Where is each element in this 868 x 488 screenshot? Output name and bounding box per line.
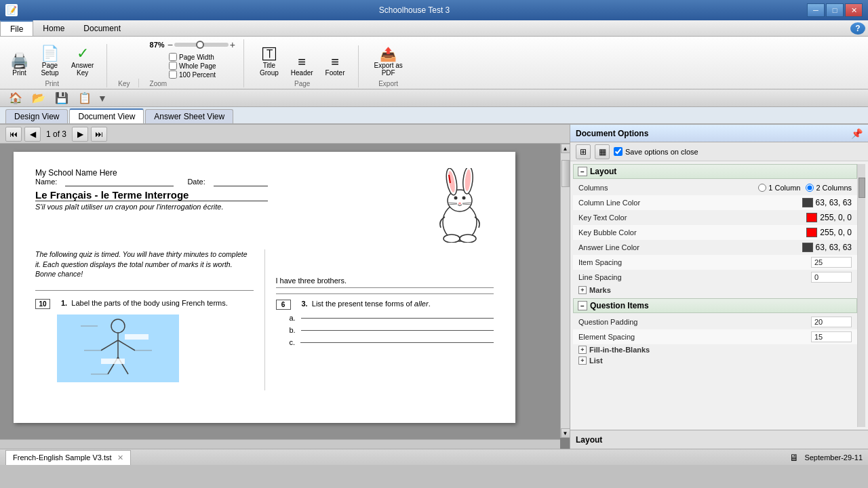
qa-dropdown-button[interactable]: ▼ (98, 93, 107, 104)
menu-tab-home[interactable]: Home (33, 20, 74, 36)
maximize-button[interactable]: □ (826, 3, 844, 17)
panel-pin-icon[interactable]: 📌 (851, 128, 863, 139)
panel-scrollbar[interactable] (857, 164, 865, 427)
options-content[interactable]: − Layout Columns 1 Column (570, 161, 868, 430)
qa-home-button[interactable]: 🏠 (5, 89, 26, 106)
minimize-button[interactable]: ─ (807, 3, 825, 17)
answer-key-button[interactable]: ✓ AnswerKey (66, 44, 98, 79)
columns-radio-group: 1 Column 2 Columns (758, 184, 852, 192)
question-padding-input[interactable] (811, 317, 852, 327)
save-options-input[interactable] (614, 147, 623, 156)
nav-first-button[interactable]: ⏮ (5, 127, 22, 142)
nav-last-button[interactable]: ⏭ (91, 127, 107, 142)
scroll-up-button[interactable]: ▲ (561, 144, 570, 153)
qa-clipboard-button[interactable]: 📋 (75, 89, 95, 106)
close-button[interactable]: ✕ (845, 3, 863, 17)
element-spacing-input[interactable] (811, 331, 852, 342)
menu-tab-document[interactable]: Document (74, 20, 130, 36)
qa-save-button[interactable]: 💾 (52, 89, 72, 106)
panel-tool-table-button[interactable]: ▦ (595, 144, 610, 159)
key-bubble-color-value[interactable]: 255, 0, 0 (806, 228, 852, 237)
help-button[interactable]: ? (850, 22, 865, 35)
marks-toggle-icon[interactable]: + (578, 286, 587, 294)
file-tab-close-button[interactable]: ✕ (117, 453, 123, 462)
tab-document-view[interactable]: Document View (69, 108, 144, 123)
body-diagram-svg (60, 317, 176, 381)
zoom-value: 87% (150, 41, 165, 49)
key-text-color-row: Key Text Color 255, 0, 0 (573, 210, 857, 225)
zoom-slider[interactable]: − + (167, 39, 235, 50)
panel-scroll-thumb[interactable] (859, 178, 865, 198)
bottom-bar: French-English Sample V3.tst ✕ 🖥 Septemb… (0, 449, 868, 465)
zoom-100-percent[interactable]: 100 Percent (169, 70, 216, 79)
question-padding-row: Question Padding (573, 314, 857, 329)
tab-answer-sheet-view[interactable]: Answer Sheet View (145, 109, 233, 123)
svg-rect-26 (125, 334, 149, 340)
export-pdf-button[interactable]: 📤 Export asPDF (370, 45, 408, 79)
right-sentence: I have three brothers. (276, 277, 494, 285)
header-button[interactable]: ≡ Header (286, 53, 318, 79)
svg-point-13 (443, 235, 460, 243)
zoom-out-icon[interactable]: − (167, 39, 173, 50)
column-line-color-value[interactable]: 63, 63, 63 (802, 198, 852, 207)
nav-prev-button[interactable]: ◀ (24, 127, 41, 142)
tab-design-view[interactable]: Design View (5, 109, 68, 123)
fill-blanks-toggle-icon[interactable]: + (578, 346, 587, 354)
panel-tool-grid-button[interactable]: ⊞ (576, 144, 591, 159)
marks-subsection-header[interactable]: + Marks (573, 285, 857, 296)
page-setup-button[interactable]: 📄 PageSetup (36, 44, 64, 79)
question-items-section-title: Question Items (590, 301, 649, 310)
svg-point-8 (458, 203, 461, 205)
item-spacing-input[interactable] (811, 257, 852, 268)
layout-toggle-icon[interactable]: − (578, 167, 587, 176)
column-1-option[interactable]: 1 Column (758, 184, 800, 192)
nav-next-button[interactable]: ▶ (72, 127, 88, 142)
question-1: 10 1. Label the parts of the body using … (35, 299, 254, 382)
zoom-page-width[interactable]: Page Width (169, 53, 216, 61)
q-sentence-space (276, 249, 494, 277)
vertical-scrollbar[interactable]: ▲ ▼ (560, 144, 570, 438)
fill-blanks-subsection-header[interactable]: + Fill-in-the-Blanks (573, 344, 857, 355)
horizontal-scrollbar[interactable] (0, 439, 560, 449)
layout-section-header[interactable]: − Layout (573, 164, 857, 179)
q1-text: Label the parts of the body using French… (71, 299, 228, 307)
svg-line-18 (101, 340, 118, 350)
question-items-section-header[interactable]: − Question Items (573, 298, 857, 313)
list-toggle-icon[interactable]: + (578, 357, 587, 365)
svg-point-16 (111, 319, 125, 333)
scroll-down-button[interactable]: ▼ (561, 428, 570, 438)
zoom-in-icon[interactable]: + (230, 39, 235, 50)
doc-content: My School Name Here Name: Date: Le Franç… (0, 144, 560, 439)
footer-button[interactable]: ≡ Footer (321, 53, 350, 79)
column-2-option[interactable]: 2 Columns (806, 184, 852, 192)
title-group-button[interactable]: 🅃 TitleGroup (255, 45, 283, 79)
question-3: 6 3. List the present tense forms of all… (276, 300, 494, 346)
menu-tab-file[interactable]: File (0, 20, 33, 36)
save-options-checkbox[interactable]: Save options on close (614, 147, 698, 156)
element-spacing-row: Element Spacing (573, 329, 857, 344)
panel-header: Document Options 📌 (570, 125, 868, 142)
column-line-color-text: 63, 63, 63 (816, 198, 852, 207)
columns-row: Columns 1 Column 2 Columns (573, 180, 857, 195)
key-text-color-value[interactable]: 255, 0, 0 (806, 213, 852, 222)
zoom-whole-page[interactable]: Whole Page (169, 62, 216, 70)
qa-open-button[interactable]: 📂 (28, 89, 49, 106)
line-spacing-input[interactable] (811, 272, 852, 283)
list-subsection-header[interactable]: + List (573, 355, 857, 366)
scroll-thumb[interactable] (561, 160, 570, 187)
fill-blanks-subsection-title: Fill-in-the-Blanks (589, 346, 650, 354)
print-button[interactable]: 🖨️ Print (5, 52, 33, 79)
column-line-color-label: Column Line Color (578, 199, 802, 207)
question-items-toggle-icon[interactable]: − (578, 301, 587, 310)
answer-line-color-text: 63, 63, 63 (816, 243, 852, 252)
marks-subsection-title: Marks (589, 286, 611, 294)
status-datetime: September-29-11 (804, 453, 863, 462)
element-spacing-label: Element Spacing (578, 333, 811, 341)
file-tab[interactable]: French-English Sample V3.tst ✕ (5, 450, 131, 465)
line-spacing-row: Line Spacing (573, 270, 857, 285)
answer-line-color-value[interactable]: 63, 63, 63 (802, 243, 852, 252)
svg-rect-27 (101, 359, 125, 364)
columns-label: Columns (578, 184, 758, 192)
svg-point-7 (462, 197, 466, 200)
q3-marks-box: 6 (276, 300, 291, 310)
